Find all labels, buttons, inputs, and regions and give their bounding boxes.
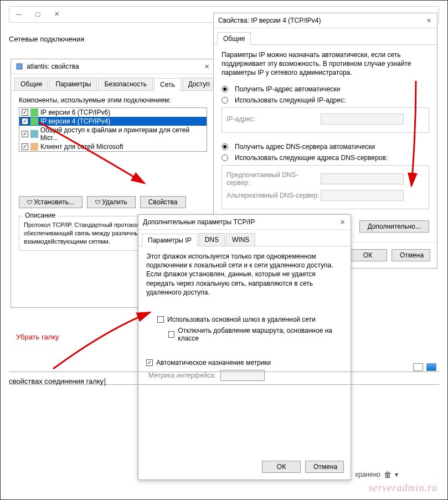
protocol-icon <box>30 117 38 125</box>
share-icon <box>30 130 38 138</box>
svg-rect-2 <box>30 117 38 125</box>
close-icon[interactable] <box>338 218 346 226</box>
tab-network[interactable]: Сеть <box>154 78 181 91</box>
tab-dns[interactable]: DNS <box>199 233 225 246</box>
advanced-button[interactable]: Дополнительно... <box>359 220 429 233</box>
ok-button[interactable]: ОК <box>348 249 387 261</box>
components-label: Компоненты, используемые этим подключени… <box>19 96 207 104</box>
properties-button[interactable]: Свойства <box>140 196 186 208</box>
dns-preferred-input <box>321 173 404 184</box>
red-annotation: Убрать галку <box>16 333 59 341</box>
bg-min[interactable] <box>15 10 23 18</box>
bg-close[interactable] <box>53 10 60 18</box>
tab-ip-params[interactable]: Параметры IP <box>142 234 198 246</box>
tile-view-icon[interactable] <box>426 363 436 371</box>
svg-rect-3 <box>30 130 38 138</box>
item-label: Клиент для сетей Microsoft <box>40 143 123 151</box>
checkbox-label: Использовать основной шлюз в удаленной с… <box>167 316 316 323</box>
checkbox[interactable] <box>22 131 28 137</box>
checkbox-label: Автоматическое назначение метрики <box>156 359 271 367</box>
radio-auto-ip[interactable] <box>222 86 228 92</box>
checkbox-label: Отключить добавление маршрута, основанно… <box>178 327 343 342</box>
item-label: Общий доступ к файлам и принтерам для се… <box>40 126 204 142</box>
delete-button[interactable]: Удалить <box>87 196 136 208</box>
ip-address-label: IP-адрес: <box>226 115 321 123</box>
bg-max[interactable] <box>34 10 42 18</box>
radio-manual-dns[interactable] <box>222 154 228 161</box>
page-header: Сетевые подключения <box>9 35 84 43</box>
desc-title: Описание <box>23 212 58 219</box>
list-item[interactable]: Клиент для сетей Microsoft <box>19 142 207 151</box>
ok-button[interactable]: ОК <box>262 461 301 473</box>
components-list[interactable]: IP версии 6 (TCP/IPv6) IP версии 4 (TCP/… <box>19 107 207 152</box>
tab-general[interactable]: Общие <box>14 78 48 90</box>
close-icon[interactable] <box>425 17 432 24</box>
dns-alt-label: Альтернативный DNS-сервер: <box>226 192 321 199</box>
checkbox-classroute[interactable] <box>168 331 174 338</box>
cancel-button[interactable]: Отмена <box>392 249 430 261</box>
radio-label: Получить IP-адрес автоматически <box>235 85 340 93</box>
window-advanced-tcpip: Дополнительные параметры TCP/IP Параметр… <box>138 214 351 480</box>
status-saved: хранено 🗑 ▾ <box>355 470 398 479</box>
svg-rect-1 <box>30 109 38 116</box>
radio-label: Использовать следующий IP-адрес: <box>235 96 346 104</box>
list-item[interactable]: IP версии 6 (TCP/IPv6) <box>19 108 207 117</box>
watermark: serveradmin.ru <box>369 482 438 494</box>
info-text: Параметры IP можно назначать автоматичес… <box>222 50 429 78</box>
checkbox-autometric[interactable] <box>146 359 153 366</box>
tab-general[interactable]: Общие <box>217 32 251 45</box>
list-view-icon[interactable] <box>413 363 423 371</box>
radio-label: Использовать следующие адреса DNS-сервер… <box>235 154 388 162</box>
close-icon[interactable] <box>203 63 210 70</box>
window-title: Дополнительные параметры TCP/IP <box>143 218 338 226</box>
checkbox[interactable] <box>22 118 28 125</box>
item-label: IP версии 6 (TCP/IPv6) <box>40 109 110 116</box>
window-title: Свойства: IP версии 4 (TCP/IPv4) <box>218 17 425 24</box>
tab-params[interactable]: Параметры <box>49 78 97 90</box>
dns-preferred-label: Предпочитаемый DNS-сервер: <box>226 171 321 187</box>
editor-text[interactable]: свойствах соединения галку <box>9 377 105 386</box>
protocol-icon <box>30 109 38 116</box>
svg-rect-0 <box>17 64 22 69</box>
item-label: IP версии 4 (TCP/IPv4) <box>40 117 110 125</box>
chevron-down-icon[interactable]: ▾ <box>395 471 398 478</box>
radio-manual-ip[interactable] <box>222 97 228 104</box>
tabs: Общие Параметры Безопасность Сеть Доступ <box>11 74 215 91</box>
cancel-button[interactable]: Отмена <box>305 461 344 473</box>
tab-security[interactable]: Безопасность <box>98 78 153 90</box>
list-item-selected[interactable]: IP версии 4 (TCP/IPv4) <box>19 117 207 126</box>
radio-label: Получить адрес DNS-сервера автоматически <box>235 143 375 151</box>
client-icon <box>30 143 38 151</box>
checkbox-gateway[interactable] <box>157 316 164 323</box>
tab-access[interactable]: Доступ <box>182 78 216 90</box>
svg-rect-4 <box>30 143 38 151</box>
view-mode-icons <box>413 363 436 371</box>
checkbox[interactable] <box>22 143 28 150</box>
info-text: Этот флажок используется только при одно… <box>146 252 343 297</box>
list-item[interactable]: Общий доступ к файлам и принтерам для се… <box>19 126 207 142</box>
window-icon <box>16 63 23 70</box>
tab-wins[interactable]: WINS <box>226 233 255 246</box>
checkbox[interactable] <box>22 109 28 116</box>
trash-icon[interactable]: 🗑 <box>384 470 392 479</box>
radio-auto-dns[interactable] <box>222 143 228 150</box>
install-button[interactable]: Установить... <box>19 196 83 208</box>
ip-address-input <box>321 114 404 125</box>
dns-alt-input <box>321 190 404 201</box>
window-title: atlantis: свойства <box>27 63 203 70</box>
